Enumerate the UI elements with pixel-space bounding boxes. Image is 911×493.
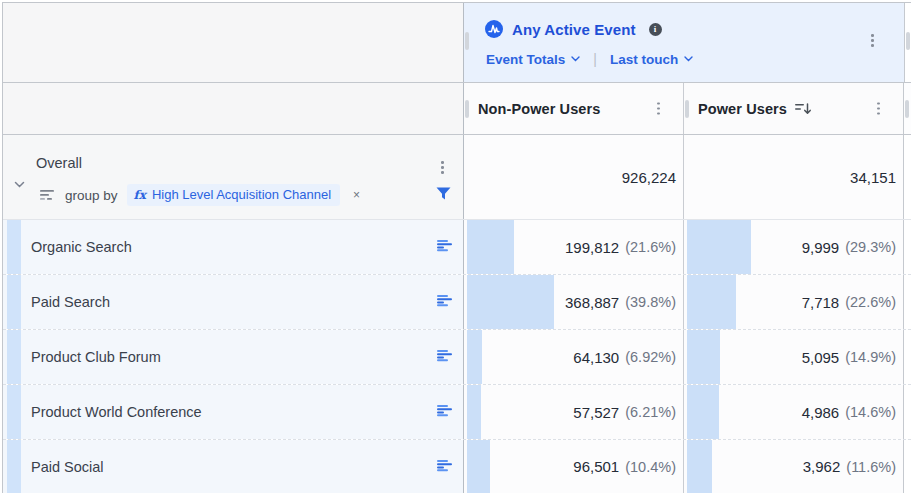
percentage-bar: [467, 220, 514, 274]
percentage-bar: [687, 330, 720, 384]
table-row: Product Club Forum64,130(6.92%)5,095(14.…: [3, 329, 911, 384]
cell-value: 9,999: [802, 239, 840, 256]
cell-percentage: (14.9%): [845, 349, 896, 365]
group-by-property-name: High Level Acquisition Channel: [152, 187, 331, 202]
row-color-chip: [7, 440, 21, 493]
cell-value: 368,887: [565, 294, 619, 311]
row-label: Organic Search: [31, 239, 132, 255]
row-label: Product World Conference: [31, 404, 202, 420]
chevron-down-icon: [571, 56, 580, 62]
percentage-bar: [467, 385, 481, 439]
breakdown-bars-icon[interactable]: [437, 458, 453, 476]
next-column-edge: [904, 220, 911, 274]
breakdown-bars-icon[interactable]: [437, 403, 453, 421]
row-label-cell[interactable]: Organic Search: [3, 220, 464, 274]
row-label-cell[interactable]: Product Club Forum: [3, 330, 464, 384]
percentage-bar: [467, 330, 482, 384]
value-cell[interactable]: 96,501(10.4%): [464, 440, 684, 493]
breakdown-bars-icon[interactable]: [437, 293, 453, 311]
breakdown-bars-icon[interactable]: [437, 238, 453, 256]
overall-row: Overall group by fx High Level Acquisiti…: [3, 135, 911, 219]
value-cell[interactable]: 64,130(6.92%): [464, 330, 684, 384]
row-label: Paid Social: [31, 459, 104, 475]
value-cell[interactable]: 57,527(6.21%): [464, 385, 684, 439]
overall-label: Overall: [36, 155, 82, 171]
info-icon[interactable]: i: [649, 23, 662, 36]
column-resize-handle[interactable]: [905, 100, 909, 118]
event-header-row: Any Active Event i Event Totals | Last t…: [3, 3, 911, 83]
divider: |: [591, 51, 599, 67]
collapse-chevron-icon[interactable]: [14, 174, 25, 192]
column-header-power-users[interactable]: Power Users: [684, 83, 904, 134]
value-cell[interactable]: 7,718(22.6%): [684, 275, 904, 329]
column-resize-handle[interactable]: [465, 100, 469, 118]
data-table: Any Active Event i Event Totals | Last t…: [2, 2, 911, 493]
column-menu-button[interactable]: [874, 99, 883, 118]
overall-value-cell-non-power[interactable]: 926,224: [464, 135, 684, 219]
event-header-left-spacer: [3, 3, 464, 82]
row-color-chip: [7, 330, 21, 384]
cell-value: 4,986: [802, 404, 840, 421]
event-name[interactable]: Any Active Event: [512, 21, 636, 38]
sort-descending-icon[interactable]: [795, 102, 812, 116]
metric-selector-label: Event Totals: [486, 52, 565, 67]
row-color-chip: [7, 385, 21, 439]
percentage-bar: [467, 440, 490, 493]
value-cell[interactable]: 368,887(39.8%): [464, 275, 684, 329]
percentage-bar: [687, 220, 751, 274]
value-cell[interactable]: 3,962(11.6%): [684, 440, 904, 493]
event-header-cell[interactable]: Any Active Event i Event Totals | Last t…: [464, 3, 905, 82]
row-label: Paid Search: [31, 294, 110, 310]
row-label-cell[interactable]: Paid Social: [3, 440, 464, 493]
column-menu-button[interactable]: [654, 99, 663, 118]
group-by-label: group by: [65, 188, 118, 203]
event-type-icon: [485, 20, 503, 38]
column-header-row: Non-Power Users Power Users: [3, 83, 911, 135]
breakdown-bars-icon[interactable]: [437, 348, 453, 366]
column-resize-handle[interactable]: [465, 32, 469, 50]
table-row: Paid Social96,501(10.4%)3,962(11.6%): [3, 439, 911, 493]
cell-percentage: (6.21%): [625, 404, 676, 420]
remove-group-by-icon[interactable]: ×: [353, 188, 360, 202]
next-column-edge: [904, 385, 911, 439]
percentage-bar: [687, 275, 736, 329]
table-row: Organic Search199,812(21.6%)9,999(29.3%): [3, 219, 911, 274]
group-by-icon: [40, 189, 56, 202]
value-cell[interactable]: 4,986(14.6%): [684, 385, 904, 439]
value-cell[interactable]: 199,812(21.6%): [464, 220, 684, 274]
cell-value: 3,962: [803, 458, 841, 475]
cell-value: 7,718: [802, 294, 840, 311]
cell-value: 64,130: [573, 349, 619, 366]
percentage-bar: [467, 275, 554, 329]
column-header-non-power-users[interactable]: Non-Power Users: [464, 83, 684, 134]
cell-percentage: (39.8%): [625, 294, 676, 310]
metric-selector[interactable]: Event Totals: [486, 52, 580, 67]
next-column-edge: [905, 3, 911, 82]
percentage-bar: [687, 385, 719, 439]
overall-menu-button[interactable]: [438, 158, 447, 177]
value-cell[interactable]: 5,095(14.9%): [684, 330, 904, 384]
row-label-cell[interactable]: Product World Conference: [3, 385, 464, 439]
group-by-property-chip[interactable]: fx High Level Acquisition Channel: [127, 184, 341, 206]
column-header-left-spacer: [3, 83, 464, 134]
filter-funnel-icon[interactable]: [436, 186, 451, 204]
column-resize-handle[interactable]: [685, 100, 689, 118]
value-cell[interactable]: 9,999(29.3%): [684, 220, 904, 274]
row-color-chip: [7, 220, 21, 274]
analytics-table-view: Any Active Event i Event Totals | Last t…: [0, 0, 911, 493]
cell-value: 5,095: [802, 349, 840, 366]
overall-value-cell-power[interactable]: 34,151: [684, 135, 904, 219]
column-label: Non-Power Users: [478, 101, 600, 117]
overall-value: 34,151: [850, 169, 896, 186]
row-color-chip: [7, 275, 21, 329]
column-resize-handle[interactable]: [906, 32, 910, 50]
attribution-selector[interactable]: Last touch: [610, 52, 693, 67]
row-label-cell[interactable]: Paid Search: [3, 275, 464, 329]
row-label: Product Club Forum: [31, 349, 161, 365]
cell-value: 96,501: [573, 458, 619, 475]
column-label: Power Users: [698, 101, 787, 117]
cell-percentage: (11.6%): [846, 459, 896, 475]
table-row: Product World Conference57,527(6.21%)4,9…: [3, 384, 911, 439]
group-by-line: group by fx High Level Acquisition Chann…: [40, 184, 360, 206]
event-menu-button[interactable]: [868, 31, 877, 50]
